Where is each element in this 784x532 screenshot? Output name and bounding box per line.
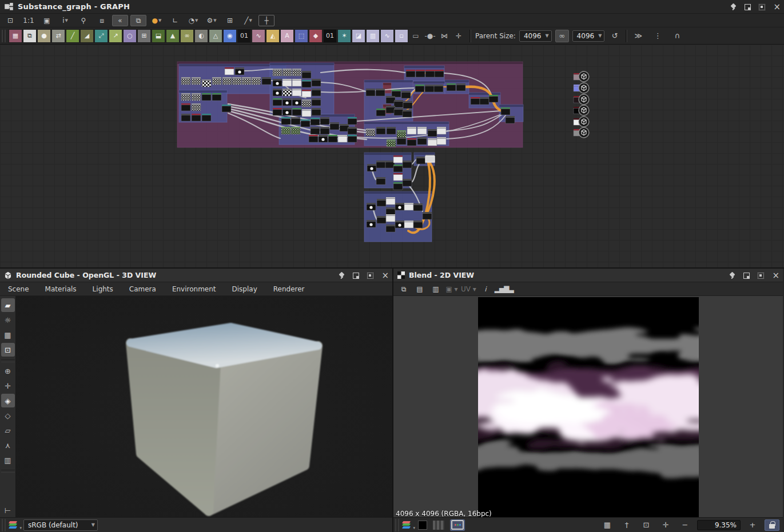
graph-node[interactable] bbox=[456, 83, 465, 91]
graph-node[interactable] bbox=[309, 135, 318, 142]
graph-node[interactable] bbox=[202, 114, 211, 121]
graph-node[interactable] bbox=[282, 108, 292, 115]
shelf-item-1[interactable]: ▦ bbox=[9, 29, 22, 43]
graph-node[interactable] bbox=[291, 127, 300, 134]
parent-height-select[interactable]: 4096▼ bbox=[572, 30, 605, 42]
graph-node[interactable] bbox=[407, 138, 416, 146]
tiling-icon[interactable]: ▦ bbox=[600, 519, 615, 531]
graph-node[interactable] bbox=[437, 137, 446, 145]
graph-node[interactable] bbox=[413, 221, 423, 228]
zoom-in-button[interactable]: + bbox=[745, 519, 760, 531]
graph-node[interactable] bbox=[367, 164, 376, 171]
graph-node[interactable] bbox=[225, 67, 234, 75]
graph-node[interactable] bbox=[393, 165, 403, 172]
reset-size-icon[interactable]: ↺ bbox=[608, 30, 622, 42]
graph-output-node[interactable] bbox=[574, 94, 589, 105]
light-icon[interactable]: ☼ bbox=[1, 313, 15, 327]
graph-node[interactable] bbox=[480, 97, 489, 105]
graph-node[interactable] bbox=[417, 127, 427, 134]
graph-node[interactable] bbox=[489, 95, 498, 102]
graph-node[interactable] bbox=[192, 93, 201, 101]
graph-node[interactable] bbox=[192, 103, 201, 111]
graph-node[interactable] bbox=[366, 129, 375, 136]
shelf-item-12[interactable]: ▲ bbox=[166, 29, 180, 43]
turbine-icon[interactable]: ⋏ bbox=[1, 438, 15, 452]
graph-node[interactable] bbox=[181, 114, 190, 121]
graph-node[interactable] bbox=[338, 135, 347, 142]
graph-tool-1[interactable]: ≫ bbox=[631, 30, 645, 42]
graph-node[interactable] bbox=[340, 124, 349, 131]
connection-color-icon[interactable]: ●▼ bbox=[149, 15, 165, 26]
graph-node[interactable] bbox=[395, 203, 404, 210]
graph-node[interactable] bbox=[292, 89, 301, 96]
3d-viewport[interactable] bbox=[16, 296, 392, 518]
connector-style-icon[interactable]: ∟ bbox=[167, 15, 183, 26]
graph-node[interactable] bbox=[302, 90, 311, 97]
bottombar-grip[interactable] bbox=[395, 519, 399, 531]
graph-node[interactable] bbox=[393, 155, 403, 163]
graph-node[interactable] bbox=[281, 127, 290, 134]
graph-node[interactable] bbox=[471, 97, 480, 105]
parent-width-select[interactable]: 4096▼ bbox=[519, 30, 552, 42]
zoom-actual-icon[interactable]: 1:1 bbox=[21, 15, 37, 26]
scene-tree-icon[interactable]: ⊢ bbox=[1, 503, 15, 517]
graph-node[interactable] bbox=[232, 77, 241, 85]
graph-node[interactable] bbox=[302, 71, 311, 78]
info-icon[interactable]: i▼ bbox=[57, 15, 73, 26]
shelf-item-11[interactable]: ⬓ bbox=[152, 29, 165, 43]
graph-node[interactable] bbox=[181, 93, 190, 101]
maximize-icon[interactable] bbox=[759, 4, 765, 10]
wireframe-cube-icon[interactable]: ◇ bbox=[1, 409, 15, 422]
graph-node[interactable] bbox=[181, 77, 190, 85]
graph-node[interactable] bbox=[506, 116, 515, 123]
graph-node[interactable] bbox=[376, 161, 385, 168]
graph-node[interactable] bbox=[330, 122, 339, 130]
compute-time-icon[interactable]: ◔▼ bbox=[185, 15, 201, 26]
shelf-item-28[interactable]: ▫ bbox=[395, 29, 408, 43]
channels-icon[interactable] bbox=[433, 521, 444, 530]
shelf-item-18[interactable]: ∿ bbox=[252, 29, 265, 43]
shelf-item-16[interactable]: ◉ bbox=[223, 29, 237, 43]
screenshot-icon[interactable]: ▣ bbox=[39, 15, 55, 26]
graph-output-node[interactable] bbox=[574, 83, 589, 93]
shelf-item-9[interactable]: ○ bbox=[123, 29, 137, 43]
info-icon[interactable]: i bbox=[479, 283, 492, 295]
graph-node[interactable] bbox=[311, 127, 320, 134]
uv-toggle[interactable]: UV ▾ bbox=[461, 283, 476, 295]
axes-icon[interactable]: ✛ bbox=[1, 379, 15, 393]
plane-icon[interactable]: ▱ bbox=[1, 423, 15, 437]
save-icon[interactable]: ▤ bbox=[413, 283, 427, 295]
shelf-item-19[interactable]: ◭ bbox=[266, 29, 280, 43]
display-rgb-icon[interactable] bbox=[450, 519, 465, 531]
graph-node[interactable] bbox=[501, 107, 510, 115]
graph-node[interactable] bbox=[386, 214, 395, 222]
fit-view-icon[interactable]: ⊡ bbox=[639, 519, 654, 531]
shelf-item-3[interactable]: ● bbox=[37, 29, 51, 43]
select-frame-icon[interactable]: ⊡ bbox=[2, 15, 18, 26]
menu-materials[interactable]: Materials bbox=[37, 285, 85, 293]
graph-node[interactable] bbox=[273, 89, 282, 96]
graph-node[interactable] bbox=[404, 203, 413, 210]
graph-node[interactable] bbox=[348, 117, 357, 125]
shelf-item-29[interactable]: ▭ bbox=[409, 29, 423, 43]
graph-node[interactable] bbox=[202, 79, 211, 87]
graph-node[interactable] bbox=[386, 96, 395, 103]
graph-output-node[interactable] bbox=[574, 127, 589, 138]
copy-icon[interactable]: ▥ bbox=[429, 283, 443, 295]
graph-node[interactable] bbox=[312, 98, 321, 106]
search-icon[interactable]: ⚲ bbox=[75, 15, 91, 26]
link-view-icon[interactable]: ⧈ bbox=[94, 15, 110, 26]
shelf-item-4[interactable]: ⇄ bbox=[51, 29, 65, 43]
graph-node[interactable] bbox=[403, 161, 412, 168]
graph-node[interactable] bbox=[377, 199, 386, 206]
graph-node[interactable] bbox=[273, 79, 282, 86]
graph-node[interactable] bbox=[394, 108, 403, 115]
shelf-item-24[interactable]: ✶ bbox=[337, 29, 351, 43]
thumbnail-icon[interactable]: ⊞ bbox=[222, 15, 238, 26]
graph-node[interactable] bbox=[377, 216, 386, 223]
graph-node[interactable] bbox=[328, 135, 337, 142]
background-color-swatch[interactable] bbox=[418, 521, 427, 530]
graph-node[interactable] bbox=[235, 67, 244, 75]
graph-node[interactable] bbox=[425, 155, 435, 162]
camera-icon[interactable]: ▰ bbox=[1, 298, 15, 312]
